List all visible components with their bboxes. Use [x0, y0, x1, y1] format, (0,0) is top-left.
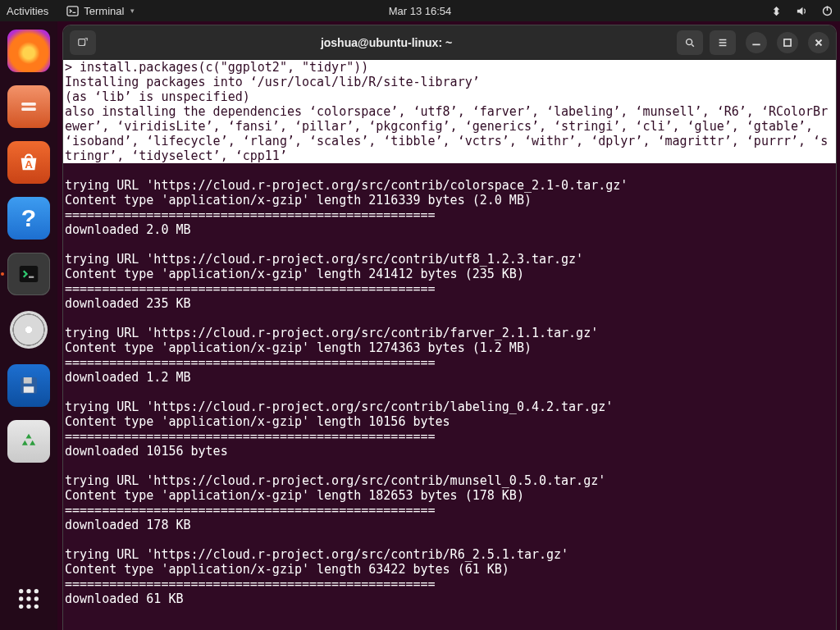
- new-tab-icon: [77, 37, 89, 48]
- svg-text:A: A: [25, 158, 33, 171]
- svg-point-14: [26, 596, 30, 600]
- svg-rect-4: [21, 107, 36, 111]
- power-icon[interactable]: [821, 5, 833, 17]
- svg-rect-8: [24, 377, 32, 384]
- dock-app-save[interactable]: [7, 364, 50, 407]
- new-tab-button[interactable]: [70, 30, 96, 55]
- volume-icon[interactable]: [796, 5, 808, 17]
- activities-button[interactable]: Activities: [7, 5, 48, 17]
- maximize-icon: [782, 37, 793, 48]
- menu-button[interactable]: [710, 30, 736, 55]
- hamburger-icon: [717, 37, 728, 48]
- minimize-button[interactable]: [746, 32, 767, 53]
- svg-point-13: [19, 596, 23, 600]
- dock-app-disc[interactable]: [7, 308, 50, 351]
- svg-rect-9: [24, 386, 34, 393]
- dock-app-trash[interactable]: [7, 420, 50, 463]
- dock: A ?: [0, 21, 57, 630]
- window-titlebar: joshua@ubuntu-linux: ~: [63, 25, 836, 60]
- dock-app-terminal[interactable]: [7, 253, 50, 295]
- svg-point-12: [34, 589, 39, 593]
- disc-icon: [10, 311, 48, 349]
- grid-icon: [16, 586, 42, 612]
- window-title: joshua@ubuntu-linux: ~: [103, 36, 670, 49]
- show-applications-button[interactable]: [9, 579, 48, 619]
- maximize-button[interactable]: [777, 32, 798, 53]
- svg-point-16: [19, 605, 23, 609]
- svg-rect-3: [21, 103, 36, 106]
- terminal-text: trying URL 'https://cloud.r-project.org/…: [63, 163, 836, 606]
- terminal-icon: [66, 5, 79, 17]
- svg-point-20: [687, 39, 692, 44]
- network-icon[interactable]: [770, 5, 783, 17]
- svg-rect-6: [20, 266, 39, 282]
- dock-app-files[interactable]: [7, 85, 50, 128]
- minimize-icon: [751, 37, 762, 48]
- floppy-icon: [16, 373, 41, 398]
- terminal-output[interactable]: > install.packages(c("ggplot2", "tidyr")…: [63, 60, 836, 630]
- question-icon: ?: [21, 204, 36, 232]
- files-icon: [16, 94, 41, 119]
- svg-point-18: [34, 605, 39, 609]
- clock[interactable]: Mar 13 16:54: [389, 5, 452, 17]
- close-button[interactable]: [808, 32, 829, 53]
- dock-app-help[interactable]: ?: [7, 197, 50, 240]
- chevron-down-icon: ▾: [130, 7, 135, 15]
- svg-rect-2: [827, 6, 829, 11]
- recycle-icon: [17, 430, 40, 453]
- svg-rect-21: [784, 39, 791, 45]
- bag-icon: A: [16, 149, 42, 176]
- terminal-selected-text: > install.packages(c("ggplot2", "tidyr")…: [63, 60, 836, 163]
- topbar-app-label: Terminal: [84, 5, 124, 17]
- close-icon: [813, 37, 824, 48]
- svg-point-11: [26, 589, 30, 593]
- svg-point-15: [34, 596, 39, 600]
- gnome-top-bar: Activities Terminal ▾ Mar 13 16:54: [0, 0, 840, 21]
- svg-point-10: [19, 589, 23, 593]
- search-button[interactable]: [677, 30, 703, 55]
- dock-app-software[interactable]: A: [7, 141, 50, 184]
- terminal-window: joshua@ubuntu-linux: ~ > install.package…: [62, 25, 837, 630]
- dock-app-firefox[interactable]: [7, 30, 50, 72]
- svg-point-17: [26, 605, 30, 609]
- search-icon: [684, 37, 696, 48]
- topbar-app-indicator[interactable]: Terminal ▾: [66, 5, 135, 17]
- terminal-icon: [16, 262, 41, 286]
- svg-rect-0: [67, 6, 78, 15]
